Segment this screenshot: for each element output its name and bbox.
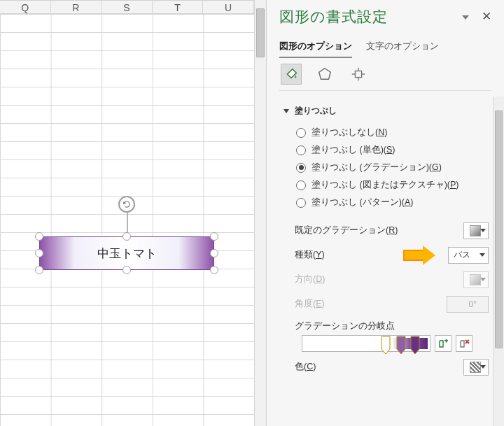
- pentagon-icon: [317, 66, 332, 82]
- svg-marker-8: [411, 336, 419, 354]
- radio-fill-pattern[interactable]: 塗りつぶし (パターン)(A): [296, 194, 491, 211]
- resize-handle[interactable]: [122, 266, 131, 274]
- fill-section-label: 塗りつぶし: [295, 105, 337, 117]
- col-head[interactable]: T: [153, 1, 204, 13]
- gradient-type-value: パス: [454, 249, 470, 261]
- gradient-direction-label: 方向(D): [295, 274, 325, 285]
- col-head[interactable]: R: [51, 1, 102, 13]
- preset-gradient-label: 既定のグラデーション(R): [295, 225, 398, 236]
- size-properties-tab[interactable]: [348, 64, 369, 85]
- preset-gradient-dropdown[interactable]: [463, 222, 489, 239]
- fill-type-radios: 塗りつぶしなし(N) 塗りつぶし (単色)(S) 塗りつぶし (グラデーション)…: [276, 124, 491, 217]
- rotate-icon: [122, 199, 132, 209]
- tab-shape-options[interactable]: 図形のオプション: [279, 41, 352, 58]
- pane-vscrollbar[interactable]: [493, 97, 504, 426]
- resize-handle[interactable]: [35, 249, 43, 257]
- radio-fill-picture[interactable]: 塗りつぶし (図またはテクスチャ)(P): [296, 176, 491, 194]
- separator: [279, 90, 491, 91]
- column-headers[interactable]: Q R S T U: [0, 0, 254, 14]
- add-gradient-stop-button[interactable]: [435, 335, 451, 352]
- close-pane-button[interactable]: ✕: [480, 10, 493, 22]
- format-shape-pane: 図形の書式設定 ✕ 図形のオプション 文字のオプション: [266, 0, 504, 426]
- fill-section-header[interactable]: 塗りつぶし: [276, 101, 491, 124]
- stop-color-dropdown[interactable]: [463, 359, 489, 376]
- shape-rounded-rect[interactable]: 中玉トマト: [39, 236, 214, 270]
- annotation-arrow-icon: [403, 246, 440, 265]
- resize-handle[interactable]: [122, 232, 131, 241]
- col-head[interactable]: Q: [0, 1, 51, 13]
- gradient-stop[interactable]: [381, 334, 391, 355]
- svg-marker-0: [319, 69, 331, 80]
- gradient-angle-label: 角度(E): [295, 298, 325, 310]
- resize-handle[interactable]: [210, 249, 218, 257]
- gradient-stop[interactable]: [410, 334, 420, 355]
- size-icon: [351, 66, 366, 82]
- rotate-handle[interactable]: [118, 196, 135, 213]
- pane-subtabs: [267, 58, 504, 86]
- col-head[interactable]: S: [102, 1, 153, 13]
- gradient-type-label: 種類(Y): [295, 249, 325, 261]
- pane-options-dropdown[interactable]: [462, 15, 469, 20]
- col-head[interactable]: U: [203, 1, 254, 13]
- remove-gradient-stop-button[interactable]: [456, 335, 472, 352]
- resize-handle[interactable]: [210, 232, 218, 241]
- svg-marker-6: [382, 336, 390, 354]
- scrollbar-thumb[interactable]: [495, 111, 503, 348]
- radio-fill-solid[interactable]: 塗りつぶし (単色)(S): [296, 141, 491, 159]
- resize-handle[interactable]: [35, 266, 43, 274]
- worksheet-vscrollbar[interactable]: [254, 0, 266, 426]
- radio-fill-none[interactable]: 塗りつぶしなし(N): [296, 124, 491, 141]
- fill-and-line-tab[interactable]: [281, 64, 302, 85]
- stop-color-label: 色(C): [295, 361, 316, 373]
- svg-marker-7: [397, 336, 405, 354]
- scrollbar-thumb[interactable]: [256, 8, 265, 57]
- radio-fill-gradient[interactable]: 塗りつぶし (グラデーション)(G): [296, 159, 491, 176]
- caret-down-icon: [284, 109, 289, 113]
- effects-tab[interactable]: [314, 64, 335, 85]
- gradient-direction-dropdown: [463, 271, 489, 288]
- gradient-angle-input: 0°: [447, 296, 489, 313]
- paint-bucket-icon: [284, 66, 299, 82]
- resize-handle[interactable]: [210, 266, 218, 274]
- pane-tabs: 図形のオプション 文字のオプション: [267, 38, 504, 58]
- svg-rect-1: [355, 71, 361, 77]
- gradient-type-dropdown[interactable]: パス: [448, 247, 489, 264]
- tab-text-options[interactable]: 文字のオプション: [366, 41, 439, 58]
- resize-handle[interactable]: [35, 232, 43, 241]
- gradient-stop[interactable]: [396, 334, 406, 355]
- gradient-stops-slider[interactable]: [302, 335, 430, 352]
- gradient-stops-label: グラデーションの分岐点: [276, 316, 491, 335]
- worksheet-area[interactable]: Q R S T U 中玉トマト: [0, 0, 266, 426]
